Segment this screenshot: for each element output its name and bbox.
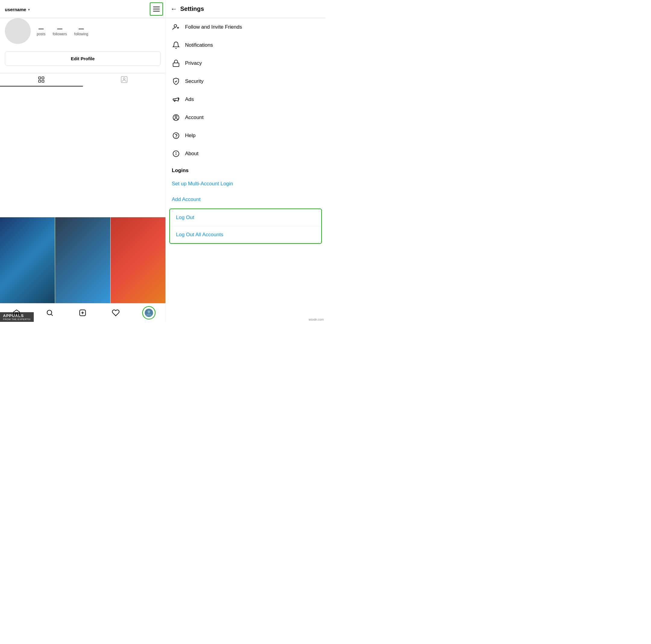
svg-rect-1: [42, 77, 44, 79]
photo-grid-preview: [0, 217, 165, 303]
appuals-watermark: APPUALS FROM THE EXPERTS!: [0, 312, 34, 322]
hamburger-line-2: [153, 9, 160, 9]
settings-header: ← Settings: [166, 0, 326, 18]
help-circle-icon: [172, 131, 180, 140]
search-tab-button[interactable]: [43, 306, 56, 319]
security-label: Security: [185, 79, 204, 84]
logout-all-button[interactable]: Log Out All Accounts: [170, 226, 321, 243]
username-area[interactable]: username ▾: [5, 7, 30, 12]
person-add-icon: [172, 23, 180, 31]
left-header: username ▾: [0, 0, 165, 18]
photo-cell-2: [55, 217, 110, 303]
photo-cell-3: [111, 217, 165, 303]
posts-stat: — posts: [37, 26, 45, 36]
svg-point-18: [175, 116, 177, 118]
settings-item-ads[interactable]: Ads: [166, 90, 326, 109]
privacy-label: Privacy: [185, 60, 202, 66]
grid-icon: [38, 76, 45, 83]
svg-point-13: [174, 24, 177, 27]
profile-tab-button[interactable]: [142, 306, 156, 319]
svg-point-6: [47, 310, 52, 315]
settings-list: Follow and Invite Friends Notifications: [166, 18, 326, 244]
svg-rect-0: [38, 77, 41, 79]
settings-panel: ← Settings Follow and Invite Friends: [165, 0, 326, 322]
logout-box: Log Out Log Out All Accounts: [169, 209, 322, 244]
followers-count: —: [57, 26, 62, 32]
follow-label: Follow and Invite Friends: [185, 24, 242, 30]
following-label: following: [74, 32, 88, 36]
svg-point-12: [148, 310, 150, 313]
svg-point-19: [173, 132, 179, 139]
add-tab-button[interactable]: [76, 306, 89, 319]
settings-item-follow[interactable]: Follow and Invite Friends: [166, 18, 326, 36]
settings-item-account[interactable]: Account: [166, 109, 326, 127]
heart-tab-button[interactable]: [109, 306, 122, 319]
settings-title: Settings: [180, 5, 204, 12]
hamburger-button[interactable]: [150, 2, 163, 16]
profile-avatar-section: — posts — followers — following: [5, 18, 161, 44]
following-stat: — following: [74, 26, 88, 36]
settings-item-privacy[interactable]: Privacy: [166, 54, 326, 72]
content-tabs: [0, 73, 165, 87]
person-tag-icon: [121, 76, 128, 83]
search-icon: [46, 309, 54, 317]
logout-label: Log Out: [176, 215, 194, 221]
svg-rect-2: [38, 80, 41, 82]
grid-tab[interactable]: [0, 73, 83, 87]
logins-header: Logins: [166, 163, 326, 176]
edit-profile-button[interactable]: Edit Profile: [5, 51, 161, 66]
username-text: username: [5, 7, 26, 12]
posts-count: —: [38, 26, 44, 32]
left-panel: username ▾ — posts — followers: [0, 0, 165, 322]
hamburger-line-1: [153, 7, 160, 7]
add-account-label: Add Account: [172, 196, 200, 203]
profile-avatar-icon: [144, 308, 153, 317]
settings-item-add-account[interactable]: Add Account: [166, 192, 326, 207]
posts-label: posts: [37, 32, 45, 36]
shield-icon: [172, 77, 180, 86]
settings-item-security[interactable]: Security: [166, 72, 326, 90]
tagged-tab[interactable]: [83, 73, 166, 87]
megaphone-icon: [172, 95, 180, 104]
photo-cell-1: [0, 217, 55, 303]
info-circle-icon: [172, 150, 180, 158]
photo-row: [0, 217, 165, 303]
following-count: —: [79, 26, 84, 32]
bell-icon: [172, 41, 180, 50]
svg-line-7: [51, 314, 53, 315]
add-icon: [79, 309, 87, 317]
back-button[interactable]: ←: [170, 5, 177, 13]
settings-item-notifications[interactable]: Notifications: [166, 36, 326, 54]
svg-rect-3: [42, 80, 44, 82]
wsxdn-watermark: wsxdn.com: [307, 317, 326, 322]
logout-button[interactable]: Log Out: [170, 209, 321, 226]
multi-account-label: Set up Multi-Account Login: [172, 181, 233, 187]
about-label: About: [185, 151, 198, 157]
settings-scroll-area[interactable]: Follow and Invite Friends Notifications: [166, 18, 326, 303]
profile-stats: — posts — followers — following: [37, 26, 161, 36]
settings-item-help[interactable]: Help: [166, 127, 326, 145]
settings-item-about[interactable]: About: [166, 145, 326, 163]
svg-point-20: [176, 137, 176, 137]
avatar: [5, 18, 31, 44]
dropdown-arrow-icon: ▾: [28, 7, 30, 12]
logout-all-label: Log Out All Accounts: [176, 232, 223, 238]
svg-rect-16: [173, 63, 179, 67]
lock-icon: [172, 59, 180, 67]
account-label: Account: [185, 115, 204, 121]
profile-section: — posts — followers — following Edit Pro…: [0, 18, 165, 70]
followers-stat: — followers: [53, 26, 67, 36]
heart-icon: [112, 309, 120, 317]
followers-label: followers: [53, 32, 67, 36]
ads-label: Ads: [185, 96, 194, 102]
notifications-label: Notifications: [185, 42, 213, 48]
help-label: Help: [185, 132, 195, 139]
person-circle-icon: [172, 113, 180, 122]
svg-point-5: [123, 78, 125, 80]
hamburger-line-3: [153, 11, 160, 11]
settings-item-multi-account[interactable]: Set up Multi-Account Login: [166, 176, 326, 192]
